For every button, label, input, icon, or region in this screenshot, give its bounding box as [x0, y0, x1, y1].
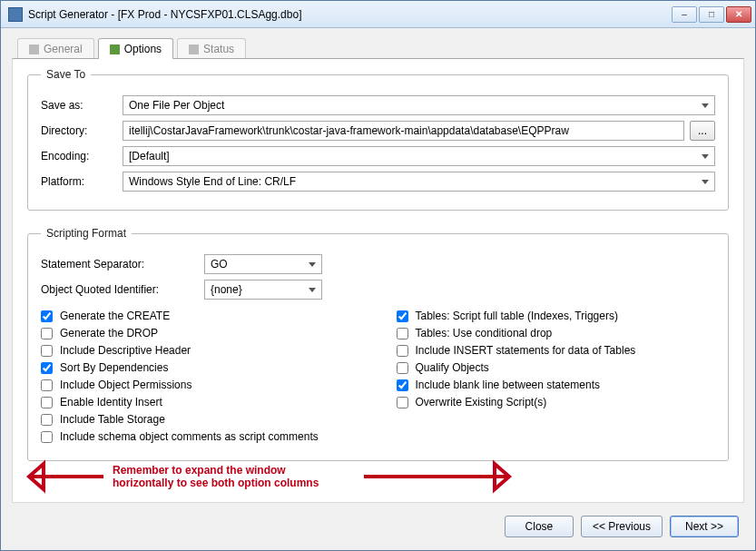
platform-combo[interactable]: Windows Style End of Line: CR/LF: [123, 172, 715, 192]
save-as-value: One File Per Object: [129, 99, 224, 112]
tab-options-label: Options: [124, 43, 162, 55]
encoding-value: [Default]: [129, 150, 170, 162]
chk-overwrite-existing[interactable]: Overwrite Existing Script(s): [397, 396, 716, 408]
arrow-right-icon: [355, 455, 536, 498]
obj-quoted-value: {none}: [211, 283, 242, 296]
tab-general[interactable]: General: [17, 38, 94, 59]
tab-status-label: Status: [203, 43, 234, 55]
tab-bar: General Options Status: [1, 28, 755, 58]
encoding-label: Encoding:: [41, 150, 123, 162]
directory-value: itellij\CostarJavaFramework\trunk\costar…: [129, 124, 569, 137]
chevron-down-icon: [309, 262, 316, 267]
chk-include-desc-header[interactable]: Include Descriptive Header: [41, 344, 360, 357]
scripting-format-legend: Scripting Format: [41, 227, 132, 240]
minimize-button[interactable]: –: [672, 6, 697, 23]
platform-label: Platform:: [41, 175, 123, 188]
stmt-sep-label: Statement Separator:: [41, 258, 204, 271]
chk-enable-identity-insert-box[interactable]: [41, 397, 53, 408]
scripting-format-group: Scripting Format Statement Separator: GO…: [27, 227, 729, 461]
chk-tables-full-box[interactable]: [397, 310, 408, 322]
app-window: Script Generator - [FX Prod - NYCSFXP01.…: [0, 0, 756, 551]
annotation-text: Remember to expand the window horizontal…: [113, 464, 319, 490]
chk-include-table-storage-box[interactable]: [41, 414, 53, 426]
chevron-down-icon: [309, 288, 316, 292]
chk-include-obj-perms[interactable]: Include Object Permissions: [41, 379, 360, 391]
browse-label: ...: [698, 124, 707, 137]
titlebar[interactable]: Script Generator - [FX Prod - NYCSFXP01.…: [1, 1, 755, 28]
stmt-sep-value: GO: [211, 258, 228, 271]
close-window-button[interactable]: ✕: [726, 6, 751, 23]
previous-button[interactable]: << Previous: [581, 516, 663, 537]
options-left-column: Generate the CREATE Generate the DROP In…: [41, 305, 360, 448]
obj-quoted-combo[interactable]: {none}: [204, 280, 322, 300]
window-title: Script Generator - [FX Prod - NYCSFXP01.…: [28, 8, 672, 21]
save-to-legend: Save To: [41, 68, 91, 81]
status-icon: [189, 44, 199, 54]
save-to-group: Save To Save as: One File Per Object Dir…: [27, 68, 729, 211]
chk-tables-cond-drop[interactable]: Tables: Use conditional drop: [397, 327, 716, 339]
chk-qualify-objects[interactable]: Qualify Objects: [397, 361, 716, 374]
directory-label: Directory:: [41, 124, 123, 137]
tab-general-label: General: [44, 43, 83, 55]
chk-include-obj-perms-box[interactable]: [41, 379, 53, 391]
browse-button[interactable]: ...: [690, 121, 715, 141]
chevron-down-icon: [702, 154, 709, 159]
chk-include-schema-comments-box[interactable]: [41, 431, 53, 443]
general-icon: [29, 44, 39, 54]
platform-value: Windows Style End of Line: CR/LF: [129, 175, 296, 188]
annotation-overlay: Remember to expand the window horizontal…: [13, 455, 743, 498]
chk-tables-cond-drop-box[interactable]: [397, 328, 408, 339]
arrow-left-icon: [13, 455, 113, 498]
chk-include-desc-header-box[interactable]: [41, 345, 53, 357]
next-button[interactable]: Next >>: [670, 516, 739, 537]
chk-generate-drop[interactable]: Generate the DROP: [41, 327, 360, 339]
stmt-sep-combo[interactable]: GO: [204, 254, 322, 274]
chk-enable-identity-insert[interactable]: Enable Identity Insert: [41, 396, 360, 408]
chk-qualify-objects-box[interactable]: [397, 362, 408, 374]
button-bar: Close << Previous Next >>: [1, 510, 755, 550]
chk-include-table-storage[interactable]: Include Table Storage: [41, 413, 360, 426]
chk-include-insert-stmts[interactable]: Include INSERT statements for data of Ta…: [397, 344, 716, 357]
chk-include-blank-line-box[interactable]: [397, 379, 408, 391]
chk-tables-full[interactable]: Tables: Script full table (Indexes, Trig…: [397, 310, 716, 322]
tab-content: Save To Save as: One File Per Object Dir…: [12, 58, 744, 503]
chk-sort-by-deps-box[interactable]: [41, 362, 53, 374]
window-buttons: – □ ✕: [672, 6, 751, 23]
chk-include-insert-stmts-box[interactable]: [397, 345, 408, 357]
options-right-column: Tables: Script full table (Indexes, Trig…: [397, 305, 716, 448]
save-as-label: Save as:: [41, 99, 123, 112]
maximize-button[interactable]: □: [699, 6, 724, 23]
close-button[interactable]: Close: [505, 516, 574, 537]
chk-overwrite-existing-box[interactable]: [397, 397, 408, 408]
encoding-combo[interactable]: [Default]: [123, 146, 715, 166]
save-as-combo[interactable]: One File Per Object: [123, 95, 715, 115]
app-icon: [8, 7, 23, 22]
directory-input[interactable]: itellij\CostarJavaFramework\trunk\costar…: [123, 121, 684, 141]
chevron-down-icon: [702, 103, 709, 108]
chk-generate-drop-box[interactable]: [41, 328, 53, 339]
chk-sort-by-deps[interactable]: Sort By Dependencies: [41, 361, 360, 374]
obj-quoted-label: Object Quoted Identifier:: [41, 283, 204, 296]
chk-include-blank-line[interactable]: Include blank line between statements: [397, 379, 716, 391]
chk-generate-create[interactable]: Generate the CREATE: [41, 310, 360, 322]
options-icon: [110, 44, 120, 54]
tab-status[interactable]: Status: [177, 38, 246, 59]
tab-options[interactable]: Options: [98, 38, 173, 59]
chk-include-schema-comments[interactable]: Include schema object comments as script…: [41, 430, 360, 443]
chk-generate-create-box[interactable]: [41, 310, 53, 322]
chevron-down-icon: [702, 180, 709, 184]
